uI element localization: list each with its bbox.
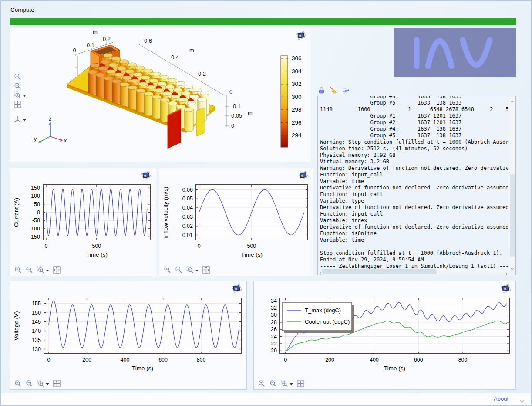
temperature-plot-panel: 02004006008003432302826242220Time (s)T_m… (253, 281, 516, 390)
svg-text:32: 32 (271, 305, 277, 311)
view-3d-icon[interactable] (13, 115, 21, 123)
svg-text:306: 306 (292, 55, 302, 61)
zoom-out-icon[interactable] (25, 379, 33, 387)
svg-text:0.2: 0.2 (103, 36, 111, 42)
clear-log-icon[interactable] (330, 86, 337, 94)
iav-logo (394, 28, 516, 77)
iav-logo-glyphs (394, 28, 516, 77)
svg-text:150: 150 (31, 185, 40, 191)
zoom-in-icon[interactable] (14, 266, 22, 274)
svg-text:200: 200 (82, 357, 91, 363)
about-link[interactable]: About (494, 396, 508, 402)
svg-text:0: 0 (284, 357, 287, 363)
svg-text:22: 22 (271, 341, 277, 347)
zoom-in-icon[interactable] (13, 73, 21, 81)
svg-text:100: 100 (31, 193, 40, 199)
svg-text:0.05: 0.05 (231, 112, 242, 119)
zoom-extents-icon[interactable] (296, 379, 304, 387)
svg-text:400: 400 (121, 357, 130, 363)
svg-text:0: 0 (73, 47, 76, 54)
log-output-panel[interactable]: Group #4: 1633 138 1633 Group #5: 1633 1… (317, 96, 516, 275)
svg-text:800: 800 (458, 357, 468, 363)
svg-text:298: 298 (292, 106, 302, 113)
chevron-down-icon[interactable] (195, 266, 199, 274)
log-vertical-scrollbar[interactable] (509, 97, 515, 269)
zoom-out-icon[interactable] (269, 379, 277, 387)
svg-text:296: 296 (292, 119, 302, 126)
zoom-box-icon[interactable] (13, 91, 21, 99)
current-plot-panel: 0500150100500-50-100-150Time (s)Current … (10, 168, 156, 276)
zoom-extents-icon[interactable] (202, 266, 210, 274)
svg-text:140: 140 (32, 328, 41, 334)
open-plot-window-icon[interactable] (296, 30, 307, 40)
svg-text:-100: -100 (29, 226, 40, 232)
zoom-extents-icon[interactable] (53, 379, 61, 387)
chevron-down-icon[interactable] (46, 266, 49, 274)
compute-progress-bar (10, 18, 516, 25)
zoom-in-icon[interactable] (163, 266, 171, 274)
svg-text:28: 28 (271, 319, 277, 325)
svg-text:302: 302 (292, 81, 302, 87)
scroll-down-icon[interactable] (510, 264, 514, 268)
svg-text:300: 300 (292, 94, 302, 100)
x-axis-label: Time (s) (241, 251, 263, 258)
zoom-box-icon[interactable] (186, 266, 194, 274)
current-chart[interactable]: 0500150100500-50-100-150Time (s)Current … (11, 179, 156, 265)
inflow-velocity-chart[interactable]: 05000.060.050.040.030.020.01Time (s)infl… (160, 179, 313, 265)
chevron-down-icon[interactable] (290, 379, 293, 387)
log-horizontal-scrollbar[interactable] (318, 269, 509, 274)
chevron-down-icon[interactable] (46, 379, 49, 387)
zoom-extents-icon[interactable] (13, 100, 21, 108)
voltage-chart[interactable]: 0200400600800155150145140135130Time (s)V… (11, 292, 246, 379)
svg-text:34: 34 (271, 298, 277, 304)
x-axis-label: Time (s) (384, 365, 405, 372)
svg-text:0.02: 0.02 (182, 223, 193, 229)
x-axis-label: Time (s) (86, 251, 108, 258)
svg-text:24: 24 (271, 334, 277, 340)
zoom-in-icon[interactable] (14, 379, 22, 387)
svg-text:0.04: 0.04 (182, 205, 193, 211)
svg-text:m: m (189, 47, 194, 54)
log-toolbar (317, 86, 350, 94)
zoom-box-icon[interactable] (280, 379, 288, 387)
svg-text:0: 0 (45, 243, 48, 249)
colorbar: 306304302300298296294 (280, 52, 311, 153)
svg-text:0: 0 (231, 122, 234, 129)
open-log-in-window-icon[interactable] (342, 86, 350, 94)
zoom-out-icon[interactable] (25, 266, 33, 274)
zoom-out-icon[interactable] (13, 82, 21, 90)
svg-text:500: 500 (92, 243, 101, 249)
zoom-out-icon[interactable] (175, 266, 182, 274)
lock-icon[interactable] (317, 86, 325, 94)
legend: T_max (degC)Cooler out (degC) (282, 303, 354, 333)
chevron-down-icon[interactable] (23, 91, 26, 99)
svg-text:x: x (64, 137, 67, 144)
svg-text:20: 20 (271, 348, 277, 354)
voltage-plot-panel: 0200400600800155150145140135130Time (s)V… (10, 281, 247, 390)
status-bar: About (1, 393, 531, 405)
inflow-velocity-plot-panel: 05000.060.050.040.030.020.01Time (s)infl… (159, 168, 313, 276)
chevron-down-icon[interactable] (519, 397, 525, 405)
svg-text:0.05: 0.05 (182, 196, 193, 202)
svg-text:400: 400 (370, 357, 379, 363)
temperature-chart[interactable]: 02004006008003432302826242220Time (s)T_m… (255, 292, 515, 379)
svg-text:m: m (248, 110, 253, 116)
y-axis-label: Current (A) (13, 198, 20, 227)
chevron-down-icon[interactable] (23, 115, 26, 123)
svg-text:130: 130 (32, 346, 41, 352)
zoom-extents-icon[interactable] (53, 266, 61, 274)
toolbar-divider (13, 112, 22, 112)
scroll-right-icon[interactable] (505, 270, 509, 274)
svg-text:0.2: 0.2 (198, 71, 206, 77)
zoom-in-icon[interactable] (258, 379, 266, 387)
scrollbar-thumb[interactable] (510, 174, 515, 257)
compute-label: Compute (10, 7, 34, 13)
scrollbar-thumb[interactable] (322, 269, 437, 274)
surface-plot-canvas[interactable]: m00.10.20.6m0.40.200.10.05m0 z y x (10, 28, 312, 163)
app-window: Compute m00.10.20.6m0.40.200.10.05m0 z y… (0, 0, 532, 406)
svg-text:304: 304 (292, 68, 302, 74)
svg-text:800: 800 (197, 357, 206, 363)
zoom-box-icon[interactable] (37, 379, 44, 387)
zoom-box-icon[interactable] (37, 266, 44, 274)
scroll-up-icon[interactable] (510, 97, 514, 101)
